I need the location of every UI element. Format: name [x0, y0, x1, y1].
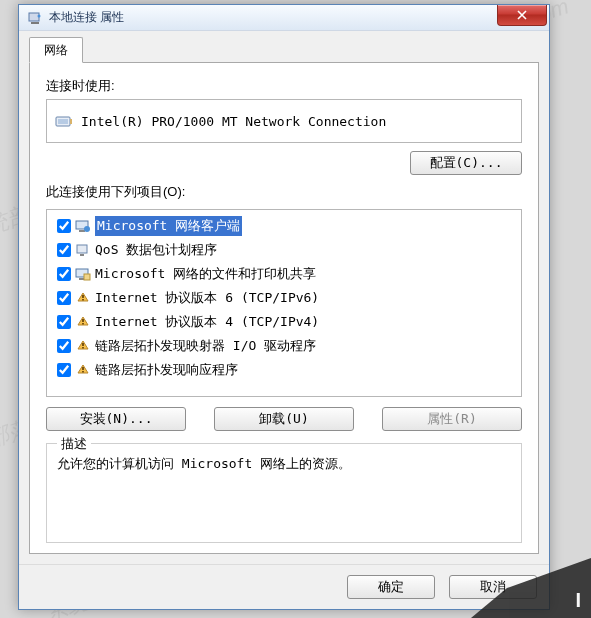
tab-network[interactable]: 网络	[29, 37, 83, 63]
network-adapter-icon	[27, 10, 43, 26]
configure-button[interactable]: 配置(C)...	[410, 151, 522, 175]
description-legend: 描述	[57, 435, 91, 453]
item-checkbox[interactable]	[57, 267, 71, 281]
properties-button: 属性(R)	[382, 407, 522, 431]
protocol-icon	[75, 338, 91, 354]
item-checkbox[interactable]	[57, 291, 71, 305]
close-button[interactable]	[497, 5, 547, 26]
client-icon	[75, 218, 91, 234]
dialog-button-row: 确定 取消	[19, 564, 549, 609]
items-label: 此连接使用下列项目(O):	[46, 183, 522, 201]
list-item[interactable]: Microsoft 网络客户端	[51, 214, 517, 238]
item-label: 链路层拓扑发现响应程序	[95, 361, 238, 379]
scheduler-icon	[75, 242, 91, 258]
adapter-name: Intel(R) PRO/1000 MT Network Connection	[81, 114, 386, 129]
protocol-icon	[75, 314, 91, 330]
overlay-text: I	[575, 589, 581, 612]
ok-button[interactable]: 确定	[347, 575, 435, 599]
svg-rect-9	[77, 245, 87, 253]
titlebar[interactable]: 本地连接 属性	[19, 5, 549, 31]
item-checkbox[interactable]	[57, 339, 71, 353]
svg-rect-10	[80, 254, 84, 256]
adapter-display: Intel(R) PRO/1000 MT Network Connection	[46, 99, 522, 143]
list-item[interactable]: 链路层拓扑发现映射器 I/O 驱动程序	[51, 334, 517, 358]
components-listbox[interactable]: Microsoft 网络客户端 QoS 数据包计划程序 Microsoft 网络…	[46, 209, 522, 397]
item-checkbox[interactable]	[57, 243, 71, 257]
item-label: QoS 数据包计划程序	[95, 241, 217, 259]
install-button[interactable]: 安装(N)...	[46, 407, 186, 431]
connect-using-label: 连接时使用:	[46, 77, 522, 95]
item-checkbox[interactable]	[57, 219, 71, 233]
item-checkbox[interactable]	[57, 363, 71, 377]
close-icon	[517, 10, 527, 20]
tab-page-network: 连接时使用: Intel(R) PRO/1000 MT Network Conn…	[29, 62, 539, 554]
svg-rect-4	[58, 119, 68, 124]
window-title: 本地连接 属性	[49, 9, 124, 26]
properties-dialog: 本地连接 属性 网络 连接时使用: Intel(R) PRO/1000 MT N…	[18, 4, 550, 610]
list-item[interactable]: Internet 协议版本 4 (TCP/IPv4)	[51, 310, 517, 334]
svg-rect-18	[82, 343, 84, 346]
svg-rect-1	[31, 22, 39, 24]
share-icon	[75, 266, 91, 282]
svg-rect-15	[82, 299, 84, 301]
svg-rect-7	[79, 230, 85, 232]
item-label: 链路层拓扑发现映射器 I/O 驱动程序	[95, 337, 316, 355]
item-label: Microsoft 网络客户端	[95, 216, 242, 236]
description-text: 允许您的计算机访问 Microsoft 网络上的资源。	[57, 454, 511, 475]
svg-rect-16	[82, 319, 84, 322]
protocol-icon	[75, 362, 91, 378]
svg-rect-20	[82, 367, 84, 370]
list-item[interactable]: QoS 数据包计划程序	[51, 238, 517, 262]
list-item[interactable]: Internet 协议版本 6 (TCP/IPv6)	[51, 286, 517, 310]
svg-point-8	[84, 226, 90, 232]
list-item[interactable]: Microsoft 网络的文件和打印机共享	[51, 262, 517, 286]
description-group: 描述 允许您的计算机访问 Microsoft 网络上的资源。	[46, 443, 522, 543]
svg-rect-17	[82, 323, 84, 325]
uninstall-button[interactable]: 卸载(U)	[214, 407, 354, 431]
svg-point-2	[38, 14, 41, 17]
svg-rect-13	[84, 274, 90, 280]
svg-rect-0	[29, 13, 39, 21]
item-label: Microsoft 网络的文件和打印机共享	[95, 265, 316, 283]
item-checkbox[interactable]	[57, 315, 71, 329]
list-item[interactable]: 链路层拓扑发现响应程序	[51, 358, 517, 382]
item-label: Internet 协议版本 4 (TCP/IPv4)	[95, 313, 319, 331]
protocol-icon	[75, 290, 91, 306]
svg-rect-19	[82, 347, 84, 349]
svg-rect-14	[82, 295, 84, 298]
svg-rect-21	[82, 371, 84, 373]
nic-icon	[55, 113, 73, 129]
svg-rect-5	[70, 119, 72, 124]
item-label: Internet 协议版本 6 (TCP/IPv6)	[95, 289, 319, 307]
